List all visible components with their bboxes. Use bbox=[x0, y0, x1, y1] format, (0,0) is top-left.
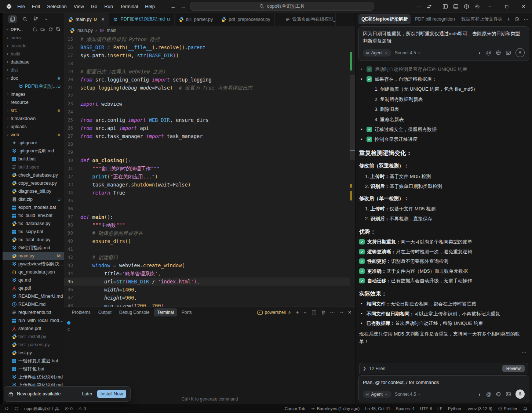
new-file-icon[interactable] bbox=[33, 27, 38, 32]
chat-composer-bottom[interactable]: Plan, @ for context, / for commands ∞ Ag… bbox=[358, 375, 529, 402]
code-line-29[interactable]: 29 bbox=[64, 148, 355, 156]
line-number[interactable]: 41 bbox=[64, 245, 80, 253]
line-number[interactable]: 25 bbox=[64, 116, 80, 124]
line-number[interactable]: 29 bbox=[64, 148, 80, 156]
code-line-20[interactable]: 20from src.logging_config import setup_l… bbox=[64, 76, 355, 84]
command-center-search[interactable]: oppo账单识别工具 bbox=[190, 2, 374, 11]
line-number[interactable]: 44 bbox=[64, 269, 80, 278]
changed-files-bar[interactable]: ❯ 12 Files Review bbox=[359, 363, 528, 374]
menu-selection[interactable]: Selection bbox=[47, 4, 66, 9]
tree-item-gitignore-md[interactable]: .gitignore说明.md bbox=[3, 147, 64, 155]
breadcrumb[interactable]: main.py›main bbox=[64, 26, 355, 35]
status-python[interactable]: Python bbox=[448, 406, 461, 411]
code-line-46[interactable]: 46 width=1400, bbox=[64, 286, 355, 294]
tree-item-database[interactable]: database bbox=[3, 58, 64, 66]
minimize-button[interactable]: – bbox=[481, 0, 498, 13]
code-line-24[interactable]: 24 bbox=[64, 108, 355, 116]
review-button[interactable]: Review bbox=[502, 365, 525, 372]
status-oppo[interactable]: oppo账单识别工具 bbox=[24, 406, 59, 412]
status-remote[interactable] bbox=[4, 406, 9, 411]
panel-tab-ports[interactable]: Ports bbox=[178, 308, 195, 316]
line-number[interactable]: 20 bbox=[64, 76, 80, 84]
tree-item-dist[interactable]: dist bbox=[3, 66, 64, 74]
toggle-sidebar-icon[interactable] bbox=[442, 4, 448, 9]
status-eye[interactable]: Barreleyes (1 day ago) bbox=[311, 406, 360, 411]
code-line-30[interactable]: 30def on_closing(): bbox=[64, 156, 355, 164]
source-control-icon[interactable] bbox=[33, 16, 39, 22]
split-terminal-icon[interactable] bbox=[311, 310, 317, 315]
status-slash[interactable]: Prettier bbox=[498, 406, 517, 411]
panel-tab-problems[interactable]: Problems bbox=[69, 308, 94, 316]
settings-gear-icon[interactable] bbox=[474, 4, 480, 9]
composer-placeholder[interactable]: Plan, @ for context, / for commands bbox=[363, 379, 525, 386]
new-chat-icon[interactable]: + bbox=[507, 16, 510, 22]
tree-item-gitignore[interactable]: .gitignore bbox=[3, 139, 64, 147]
line-number[interactable]: 28 bbox=[64, 140, 80, 148]
menu-go[interactable]: Go bbox=[91, 4, 97, 9]
panel-tab-terminal[interactable]: Terminal bbox=[154, 308, 177, 316]
maximize-button[interactable] bbox=[498, 0, 515, 13]
code-line-26[interactable]: 26from src.api import api bbox=[64, 124, 355, 132]
later-button[interactable]: Later bbox=[80, 390, 94, 398]
code-line-38[interactable]: 38 """主函数""" bbox=[64, 221, 355, 229]
code-line-47[interactable]: 47 height=900, bbox=[64, 294, 355, 302]
tree-item-steptoe-pdf[interactable]: 人steptoe.pdf bbox=[3, 325, 64, 333]
tree-item-dist-zip[interactable]: dist.zipU bbox=[3, 195, 64, 203]
line-number[interactable]: 15 bbox=[64, 35, 80, 43]
menu-run[interactable]: Run bbox=[104, 4, 113, 9]
attach-image-icon[interactable] bbox=[506, 391, 511, 397]
tree-item-vscode[interactable]: .vscode bbox=[3, 42, 64, 50]
code-line-28[interactable]: 28 bbox=[64, 140, 355, 148]
tree-item-fix-build-env-bat[interactable]: fix_build_env.bat bbox=[3, 211, 64, 220]
menu-file[interactable]: File bbox=[17, 4, 25, 9]
agent-mode-selector[interactable]: ∞ Agent bbox=[363, 49, 391, 57]
line-number[interactable]: 23 bbox=[64, 100, 80, 108]
composer-text[interactable]: 因为日期可能重复，所以判断重复仅通过md5即可，去除原来的日期和类型判断重复逻辑 bbox=[363, 30, 525, 45]
menu-terminal[interactable]: Terminal bbox=[120, 4, 138, 9]
model-selector[interactable]: Sonnet 4.5 bbox=[395, 392, 421, 397]
status-cursor-tab[interactable]: Cursor Tab bbox=[285, 406, 305, 411]
kill-terminal-icon[interactable] bbox=[321, 310, 326, 315]
new-folder-icon[interactable] bbox=[40, 27, 45, 32]
status-ln-45-col-41[interactable]: Ln 45, Col 41 bbox=[365, 406, 390, 411]
status-sync[interactable] bbox=[14, 406, 19, 411]
shell-selector[interactable]: >_powershell⚠ bbox=[257, 310, 292, 315]
editor-tab-pdf-preprocessor-py[interactable]: pdf_preprocessor.py bbox=[217, 13, 274, 26]
explorer-icon[interactable] bbox=[8, 15, 17, 23]
more-actions-icon[interactable]: ⋯ bbox=[416, 4, 422, 9]
tree-item-qe-pdf[interactable]: 人qe.pdf bbox=[3, 284, 64, 292]
code-line-44[interactable]: 44 title='账单管理系统', bbox=[64, 269, 355, 278]
line-number[interactable]: 38 bbox=[64, 221, 80, 229]
toggle-panel-icon[interactable] bbox=[453, 4, 459, 9]
code-line-18[interactable]: 18 bbox=[64, 59, 355, 68]
forward-arrow-icon[interactable]: → bbox=[181, 3, 186, 10]
line-number[interactable]: 48 bbox=[64, 302, 80, 307]
tree-item-md[interactable]: 上传界面优化说明.md bbox=[3, 373, 64, 381]
chat-composer-top[interactable]: 因为日期可能重复，所以判断重复仅通过md5即可，去除原来的日期和类型判断重复逻辑… bbox=[358, 26, 529, 61]
code-line-33[interactable]: 33 task_manager.shutdown(wait=False) bbox=[64, 181, 355, 189]
microphone-button[interactable] bbox=[515, 390, 525, 399]
close-button[interactable]: ✕ bbox=[515, 0, 532, 13]
terminal-dropdown-icon[interactable] bbox=[303, 310, 307, 315]
breadcrumb-symbol[interactable]: main bbox=[107, 28, 116, 33]
status-bell[interactable] bbox=[523, 406, 528, 411]
scrollbar-thumb[interactable] bbox=[350, 75, 355, 160]
editor-tab-bill-parser-py[interactable]: bill_parser.py bbox=[175, 13, 218, 26]
code-line-23[interactable]: 23import webview bbox=[64, 100, 355, 108]
back-arrow-icon[interactable]: ← bbox=[171, 3, 176, 10]
line-number[interactable]: 47 bbox=[64, 294, 80, 302]
tree-item-readme-md[interactable]: README.md bbox=[3, 300, 64, 308]
overview-ruler[interactable] bbox=[350, 35, 355, 307]
line-number[interactable]: 19 bbox=[64, 68, 80, 76]
tree-item-fix-total-due-py[interactable]: fix_total_due.py bbox=[3, 236, 64, 244]
code-line-36[interactable]: 36 bbox=[64, 205, 355, 213]
send-button[interactable] bbox=[515, 48, 525, 57]
line-number[interactable]: 18 bbox=[64, 59, 80, 68]
tree-item-git-md[interactable]: Git使用指南.md bbox=[3, 244, 64, 252]
new-terminal-icon[interactable]: + bbox=[296, 309, 299, 315]
views-chevron-down-icon[interactable] bbox=[44, 17, 48, 21]
line-number[interactable]: 34 bbox=[64, 189, 80, 197]
tree-item-images[interactable]: images bbox=[3, 90, 64, 98]
agent-mode-selector[interactable]: ∞ Agent bbox=[363, 391, 391, 398]
panel-more-icon[interactable]: ⋯ bbox=[330, 310, 335, 315]
